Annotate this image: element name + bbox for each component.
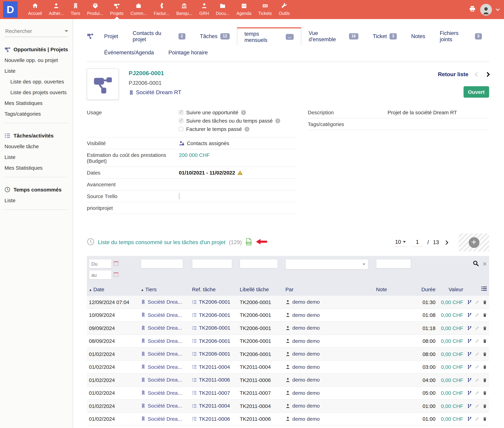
delete-icon[interactable]	[483, 313, 487, 318]
split-time-icon[interactable]	[467, 378, 472, 383]
filter-ref-tache-input[interactable]	[192, 259, 232, 268]
nav-item-grh[interactable]: GRH	[196, 0, 212, 19]
split-time-icon[interactable]	[467, 364, 472, 370]
task-ref-link[interactable]: TK2011-0006	[199, 416, 230, 422]
company-link[interactable]: Société Drea...	[148, 338, 182, 344]
nav-item-adherents[interactable]: Adhér...	[46, 0, 67, 19]
info-icon[interactable]: i	[245, 127, 249, 132]
info-icon[interactable]: i	[241, 110, 246, 115]
sidebar-item-new-opp[interactable]: Nouvelle opp. ou projet	[5, 57, 68, 63]
delete-icon[interactable]	[483, 416, 487, 422]
edit-icon[interactable]	[475, 416, 480, 422]
split-time-icon[interactable]	[467, 390, 472, 396]
column-header-valeur[interactable]: Valeur	[438, 283, 465, 296]
user-link[interactable]: demo demo	[292, 390, 320, 396]
sidebar-item-liste[interactable]: Liste	[5, 68, 68, 74]
user-link[interactable]: demo demo	[292, 351, 320, 357]
company-link[interactable]: Société Drea...	[148, 416, 182, 422]
user-link[interactable]: demo demo	[292, 338, 320, 344]
sidebar-item-mes-statistiques[interactable]: Mes Statistiques	[5, 100, 68, 106]
split-time-icon[interactable]	[467, 338, 472, 344]
value-link[interactable]: 0,00 CHF	[441, 390, 463, 396]
chevron-down-icon[interactable]	[496, 7, 500, 11]
value-link[interactable]: 0,00 CHF	[441, 364, 463, 370]
filter-date-to[interactable]	[89, 270, 112, 280]
split-time-icon[interactable]	[467, 313, 472, 318]
delete-icon[interactable]	[483, 378, 487, 383]
task-ref-link[interactable]: TK2011-0006	[199, 377, 230, 383]
column-header-libelle-tache[interactable]: Libellé tâche	[238, 283, 283, 296]
delete-icon[interactable]	[483, 364, 487, 370]
filter-note-input[interactable]	[376, 259, 411, 268]
user-link[interactable]: demo demo	[292, 299, 320, 305]
checkbox-suivre-taches[interactable]	[179, 118, 183, 123]
csv-export-icon[interactable]: CSV	[245, 238, 252, 247]
user-link[interactable]: demo demo	[292, 364, 320, 370]
nav-item-projets[interactable]: Projets	[107, 0, 127, 19]
nav-item-tiers[interactable]: Tiers	[67, 0, 84, 19]
split-time-icon[interactable]	[467, 326, 472, 331]
nav-item-agenda[interactable]: Agenda	[233, 0, 255, 19]
task-ref-link[interactable]: TK2006-0001	[199, 325, 230, 331]
filter-libelle-input[interactable]	[240, 259, 278, 268]
next-record-icon[interactable]	[485, 72, 490, 77]
checkbox-suivre-opportunite[interactable]	[179, 110, 183, 115]
delete-icon[interactable]	[483, 326, 487, 331]
delete-icon[interactable]	[483, 403, 487, 409]
company-link[interactable]: Société Drea...	[148, 325, 182, 331]
user-link[interactable]: demo demo	[292, 325, 320, 331]
tab-evenements-agenda[interactable]: Événements/Agenda	[97, 49, 161, 56]
edit-icon[interactable]	[475, 313, 480, 318]
split-time-icon[interactable]	[467, 352, 472, 357]
value-link[interactable]: 0,00 CHF	[441, 351, 463, 357]
task-ref-link[interactable]: TK2006-0001	[199, 299, 230, 305]
edit-icon[interactable]	[475, 390, 480, 396]
user-link[interactable]: demo demo	[292, 416, 320, 422]
tab-contacts-du-projet[interactable]: Contacts du projet2	[125, 27, 193, 45]
user-link[interactable]: demo demo	[292, 312, 320, 318]
nav-item-banque[interactable]: Banqu...	[173, 0, 196, 19]
value-link[interactable]: 0,00 CHF	[441, 338, 463, 344]
edit-icon[interactable]	[475, 338, 480, 344]
nav-item-produits[interactable]: Produi...	[84, 0, 106, 19]
tab-fichiers-joints[interactable]: Fichiers joints3	[432, 27, 489, 45]
edit-icon[interactable]	[475, 300, 480, 305]
tab-temps-mensuels[interactable]: temps mensuels...	[237, 27, 302, 45]
sidebar-item-liste-taches[interactable]: Liste	[5, 154, 68, 160]
column-header-tiers[interactable]: ▲Tiers	[139, 283, 190, 296]
task-ref-link[interactable]: TK2006-0001	[199, 312, 230, 318]
edit-icon[interactable]	[475, 326, 480, 331]
project-company-link[interactable]: Société Dream RT	[129, 89, 181, 96]
company-link[interactable]: Société Drea...	[148, 403, 182, 409]
filter-par-select[interactable]	[285, 259, 368, 269]
value-link[interactable]: 0,00 CHF	[441, 325, 463, 331]
page-size-select[interactable]: 10	[394, 238, 407, 247]
tab-projet[interactable]: Projet	[97, 27, 125, 45]
user-avatar[interactable]	[480, 4, 492, 16]
column-header-note[interactable]: Note	[374, 283, 416, 296]
split-time-icon[interactable]	[467, 416, 472, 422]
company-link[interactable]: Société Drea...	[148, 299, 182, 305]
sidebar-item-tags-categories[interactable]: Tags/catégories	[5, 111, 68, 117]
tab-taches[interactable]: Tâches12	[193, 27, 237, 45]
sidebar-item-mes-statistiques-taches[interactable]: Mes Statistiques	[5, 165, 68, 171]
task-ref-link[interactable]: TK2006-0001	[199, 351, 230, 357]
checkbox-facturer-temps[interactable]	[179, 127, 183, 131]
next-page-icon[interactable]	[444, 240, 448, 245]
company-link[interactable]: Société Drea...	[148, 351, 182, 357]
project-ref-link[interactable]: PJ2006-0001	[129, 70, 181, 77]
value-link[interactable]: 0,00 CHF	[441, 416, 463, 422]
column-header-duree[interactable]: Durée	[416, 283, 438, 296]
company-link[interactable]: Société Drea...	[148, 377, 182, 383]
calendar-picker-icon[interactable]	[113, 261, 119, 267]
app-logo[interactable]: D	[3, 1, 18, 18]
column-header-par[interactable]: Par	[283, 283, 374, 296]
task-ref-link[interactable]: TK2011-0007	[199, 390, 230, 396]
task-ref-link[interactable]: TK2011-0004	[199, 364, 230, 370]
task-ref-link[interactable]: TK2011-0004	[199, 403, 230, 409]
tab-ticket[interactable]: Ticket3	[366, 27, 404, 45]
delete-icon[interactable]	[483, 352, 487, 357]
delete-icon[interactable]	[483, 338, 487, 344]
nav-item-tickets[interactable]: Tickets	[255, 0, 275, 19]
user-link[interactable]: demo demo	[292, 403, 320, 409]
